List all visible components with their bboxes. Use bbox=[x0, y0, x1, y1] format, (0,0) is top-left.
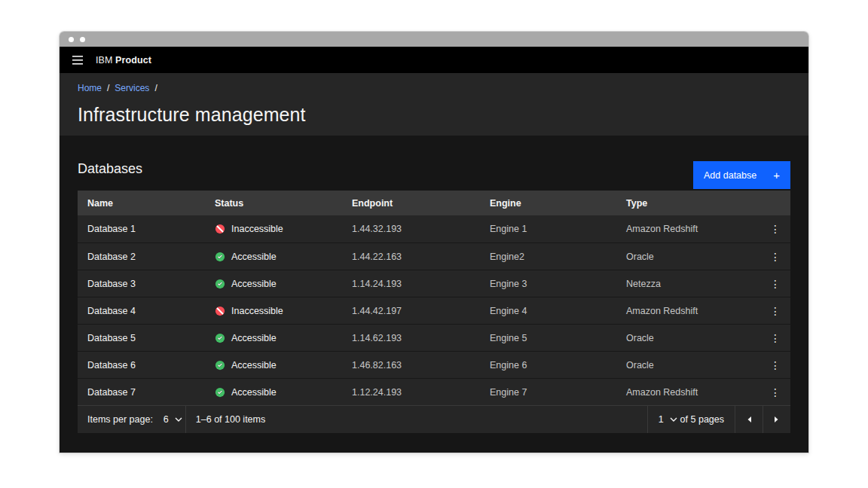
items-per-page-value: 6 bbox=[164, 414, 169, 425]
db-engine-cell: Engine 6 bbox=[480, 360, 616, 371]
page-masthead: Home / Services / Infrastructure managem… bbox=[60, 73, 808, 136]
accessible-status-icon bbox=[215, 252, 225, 262]
window-control-dot[interactable] bbox=[80, 37, 85, 42]
db-status-label: Accessible bbox=[231, 333, 277, 343]
table-row: Database 4 Inaccessible 1.44.42.197 Engi… bbox=[78, 297, 790, 324]
menu-hamburger-button[interactable] bbox=[60, 47, 96, 73]
db-status-cell: Accessible bbox=[205, 360, 342, 371]
column-header-name: Name bbox=[78, 198, 205, 209]
db-status-label: Inaccessible bbox=[231, 224, 283, 234]
pagination-range-text: 1–6 of 100 items bbox=[186, 406, 265, 433]
add-database-button[interactable]: Add databse + bbox=[693, 161, 790, 189]
db-name-cell: Database 5 bbox=[78, 333, 205, 343]
db-endpoint-cell: 1.46.82.163 bbox=[342, 360, 480, 371]
brand-prefix: IBM bbox=[96, 55, 113, 66]
db-status-cell: Accessible bbox=[205, 279, 342, 289]
db-status-cell: Inaccessible bbox=[205, 224, 342, 234]
row-overflow-menu-button[interactable]: ⋮ bbox=[763, 217, 787, 241]
window-control-dot[interactable] bbox=[69, 37, 74, 42]
page-number-value: 1 bbox=[659, 414, 664, 425]
db-engine-cell: Engine 1 bbox=[480, 224, 616, 234]
accessible-status-icon bbox=[215, 333, 225, 343]
db-status-label: Inaccessible bbox=[231, 306, 283, 316]
db-name-cell: Database 7 bbox=[78, 387, 205, 398]
db-engine-cell: Engine 7 bbox=[480, 387, 616, 398]
db-type-cell: Oracle bbox=[616, 252, 760, 262]
section-title: Databases bbox=[78, 161, 142, 176]
breadcrumb-link-home[interactable]: Home bbox=[78, 83, 102, 93]
items-per-page-select[interactable]: 6 bbox=[160, 406, 185, 433]
brand-title: IBM Product bbox=[96, 55, 151, 66]
db-endpoint-cell: 1.14.24.193 bbox=[342, 279, 480, 289]
accessible-status-icon bbox=[215, 360, 225, 371]
column-header-engine: Engine bbox=[480, 198, 616, 209]
db-endpoint-cell: 1.44.42.197 bbox=[342, 306, 480, 316]
accessible-status-icon bbox=[215, 279, 225, 289]
items-per-page-label: Items per page: bbox=[87, 414, 153, 425]
table-row: Database 2 Accessible 1.44.22.163 Engine… bbox=[78, 242, 790, 270]
accessible-status-icon bbox=[215, 387, 225, 398]
pagination-pages-text: of 5 pages bbox=[680, 406, 735, 433]
row-overflow-menu-button[interactable]: ⋮ bbox=[763, 245, 787, 269]
inaccessible-status-icon bbox=[215, 224, 225, 234]
inaccessible-status-icon bbox=[215, 306, 225, 316]
previous-page-button[interactable] bbox=[735, 406, 763, 433]
db-name-cell: Database 4 bbox=[78, 306, 205, 316]
row-overflow-menu-button[interactable]: ⋮ bbox=[763, 299, 787, 323]
db-engine-cell: Engine 5 bbox=[480, 333, 616, 343]
databases-table: Name Status Endpoint Engine Type Databas… bbox=[78, 191, 790, 405]
db-status-label: Accessible bbox=[231, 279, 277, 289]
row-overflow-menu-button[interactable]: ⋮ bbox=[763, 326, 787, 350]
page-number-select[interactable]: 1 bbox=[648, 406, 680, 433]
db-endpoint-cell: 1.12.24.193 bbox=[342, 387, 480, 398]
db-status-label: Accessible bbox=[231, 387, 277, 398]
db-status-cell: Inaccessible bbox=[205, 306, 342, 316]
db-type-cell: Amazon Redshift bbox=[616, 224, 760, 234]
main-content: Databases Add databse + Name Status Endp… bbox=[60, 136, 808, 453]
db-engine-cell: Engine 4 bbox=[480, 306, 616, 316]
table-row: Database 5 Accessible 1.14.62.193 Engine… bbox=[78, 324, 790, 351]
chevron-down-icon bbox=[175, 417, 182, 422]
browser-window: IBM Product Home / Services / Infrastruc… bbox=[60, 32, 808, 453]
db-endpoint-cell: 1.44.32.193 bbox=[342, 224, 480, 234]
db-endpoint-cell: 1.14.62.193 bbox=[342, 333, 480, 343]
row-overflow-menu-button[interactable]: ⋮ bbox=[763, 272, 787, 296]
pagination-bar: Items per page: 6 1–6 of 100 items 1 bbox=[78, 405, 790, 433]
db-status-cell: Accessible bbox=[205, 252, 342, 262]
breadcrumb-link-services[interactable]: Services bbox=[115, 83, 149, 93]
app-header: IBM Product bbox=[60, 47, 808, 73]
db-status-label: Accessible bbox=[231, 252, 277, 262]
table-row: Database 6 Accessible 1.46.82.163 Engine… bbox=[78, 351, 790, 378]
db-name-cell: Database 3 bbox=[78, 279, 205, 289]
caret-right-icon bbox=[774, 414, 780, 425]
row-overflow-menu-button[interactable]: ⋮ bbox=[763, 353, 787, 377]
brand-name: Product bbox=[115, 55, 151, 66]
hamburger-icon bbox=[72, 56, 83, 65]
db-name-cell: Database 6 bbox=[78, 360, 205, 371]
db-type-cell: Amazon Redshift bbox=[616, 387, 760, 398]
db-type-cell: Amazon Redshift bbox=[616, 306, 760, 316]
caret-left-icon bbox=[746, 414, 752, 425]
window-titlebar bbox=[60, 32, 808, 47]
db-type-cell: Oracle bbox=[616, 333, 760, 343]
db-type-cell: Oracle bbox=[616, 360, 760, 371]
db-engine-cell: Engine 3 bbox=[480, 279, 616, 289]
table-row: Database 1 Inaccessible 1.44.32.193 Engi… bbox=[78, 215, 790, 242]
db-engine-cell: Engine2 bbox=[480, 252, 616, 262]
add-database-button-label: Add databse bbox=[704, 170, 756, 181]
breadcrumb: Home / Services / bbox=[78, 83, 790, 93]
row-overflow-menu-button[interactable]: ⋮ bbox=[763, 380, 787, 404]
column-header-type: Type bbox=[616, 198, 760, 209]
column-header-status: Status bbox=[205, 198, 342, 209]
table-row: Database 7 Accessible 1.12.24.193 Engine… bbox=[78, 378, 790, 405]
table-row: Database 3 Accessible 1.14.24.193 Engine… bbox=[78, 270, 790, 297]
next-page-button[interactable] bbox=[763, 406, 790, 433]
breadcrumb-separator: / bbox=[107, 83, 109, 93]
table-body: Database 1 Inaccessible 1.44.32.193 Engi… bbox=[78, 215, 790, 405]
chevron-down-icon bbox=[670, 417, 677, 422]
db-type-cell: Netezza bbox=[616, 279, 760, 289]
db-name-cell: Database 2 bbox=[78, 252, 205, 262]
plus-icon: + bbox=[773, 169, 780, 181]
db-name-cell: Database 1 bbox=[78, 224, 205, 234]
table-header-row: Name Status Endpoint Engine Type bbox=[78, 191, 790, 215]
